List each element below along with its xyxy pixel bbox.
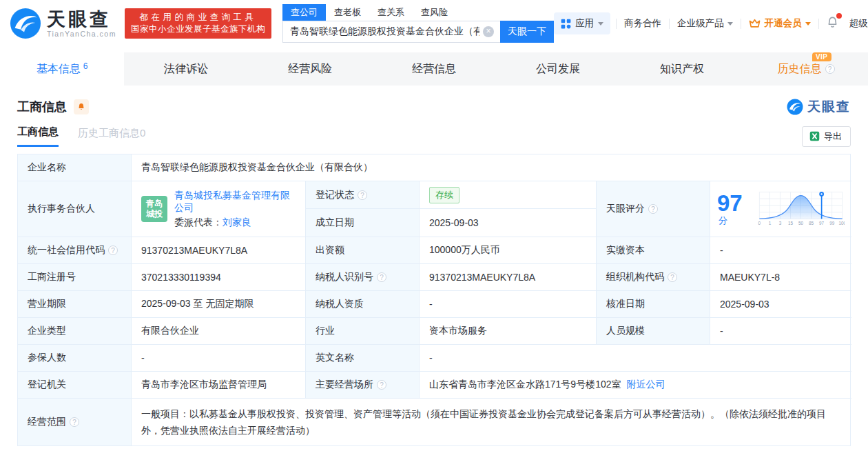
tab-company-development[interactable]: 公司发展 [496, 52, 620, 86]
apps-grid-icon [561, 19, 571, 29]
tab-intellectual-property[interactable]: 知识产权 [620, 52, 744, 86]
chevron-down-icon [727, 22, 733, 26]
field-reg-status-value: 存续 [420, 181, 596, 209]
partner-company-link[interactable]: 青岛城投私募基金管理有限公司 [174, 190, 296, 214]
monitor-alarm-button[interactable] [74, 99, 89, 114]
search-button[interactable]: 天眼一下 [500, 21, 554, 43]
field-reg-authority-label: 登记机关 [18, 372, 132, 399]
tab-risk-label: 经营风险 [288, 62, 332, 77]
field-industry-label: 行业 [306, 318, 420, 345]
clear-icon[interactable] [483, 26, 494, 37]
field-industry-value: 资本市场服务 [420, 318, 597, 345]
alarm-bell-icon [77, 103, 85, 111]
field-reg-number-value: 370213330119394 [132, 264, 306, 291]
menu-open-vip[interactable]: 开通会员 [741, 17, 818, 30]
field-company-type-label: 企业类型 [18, 318, 132, 345]
menu-apps-label: 应用 [575, 17, 594, 30]
tab-operational-risk[interactable]: 经营风险 [248, 52, 372, 86]
menu-super-risk[interactable]: 超级风... [846, 17, 868, 30]
help-icon[interactable] [668, 272, 677, 282]
svg-text:1: 1 [768, 221, 771, 226]
field-english-name-label: 英文名称 [306, 345, 420, 372]
field-business-scope-label: 经营范围 [18, 399, 132, 445]
field-address-value: 山东省青岛市李沧区金水路171号9号楼102室 附近公司 [420, 372, 851, 399]
field-tianyan-score-value: 97分 [710, 181, 851, 237]
excel-icon [809, 131, 820, 141]
promo-line-2: 国家中小企业发展子基金旗下机构 [131, 23, 265, 35]
vip-badge: VIP [812, 52, 831, 61]
tab-basic-info[interactable]: 基本信息 6 [0, 52, 124, 86]
field-taxpayer-quality-label: 纳税人资质 [306, 291, 420, 318]
subtab-history-business-info[interactable]: 历史工商信息0 [78, 127, 145, 146]
tab-basic-info-label: 基本信息 [37, 62, 81, 77]
search-input[interactable] [282, 21, 500, 43]
company-avatar[interactable]: 青岛 城投 [141, 196, 167, 222]
main-content: 工商信息 天眼查 工商信息 历史工商信息0 [0, 86, 868, 446]
field-org-code-value: MAEUKY7L-8 [710, 264, 851, 291]
score-unit: 分 [719, 215, 727, 226]
site-logo[interactable]: 天眼查 TianYanCha.com [10, 8, 116, 39]
business-info-table: 企业名称 青岛智联绿色能源股权投资基金合伙企业（有限合伙） 执行事务合伙人 青岛… [17, 154, 851, 446]
field-insured-count-value: - [132, 345, 306, 372]
promo-banner: 都在用的商业查询工具 国家中小企业发展子基金旗下机构 [125, 8, 271, 39]
tab-history-label: 历史信息 [778, 63, 822, 74]
field-executive-partner-label: 执行事务合伙人 [18, 181, 132, 237]
status-date-subgrid: 登记状态 存续 成立日期 2025-09-03 [306, 181, 597, 237]
field-staff-size-value: - [710, 318, 851, 345]
menu-enterprise-label: 企业级产品 [677, 17, 724, 30]
notification-dot [836, 13, 842, 19]
field-insured-count-label: 参保人数 [18, 345, 132, 372]
help-icon[interactable] [825, 64, 835, 74]
field-company-type-value: 有限合伙企业 [132, 318, 306, 345]
field-taxpayer-id-label: 纳税人识别号 [306, 264, 420, 291]
field-approval-date-label: 核准日期 [597, 291, 710, 318]
tab-legal-proceedings[interactable]: 法律诉讼 [124, 52, 248, 86]
search-tab-boss[interactable]: 查老板 [326, 4, 369, 21]
help-icon[interactable] [108, 245, 118, 255]
tianyancha-company-page: 天眼查 TianYanCha.com 都在用的商业查询工具 国家中小企业发展子基… [0, 0, 868, 451]
tab-basic-info-count: 6 [83, 61, 88, 71]
search-tabs: 查公司 查老板 查关系 查风险 [282, 4, 554, 21]
help-icon[interactable] [358, 190, 367, 200]
field-business-term-label: 营业期限 [18, 291, 132, 318]
field-paid-capital-value: - [710, 237, 851, 264]
field-taxpayer-id-value: 91370213MAEUKY7L8A [420, 264, 597, 291]
menu-apps[interactable]: 应用 [554, 12, 610, 34]
field-english-name-value: - [420, 345, 851, 372]
tab-development-label: 公司发展 [536, 62, 580, 77]
tab-business-info[interactable]: 经营信息 [372, 52, 496, 86]
promo-line-1: 都在用的商业查询工具 [131, 12, 265, 23]
crown-icon [749, 19, 761, 28]
representative-link[interactable]: 刘家良 [223, 217, 251, 228]
company-nav-tabs: 基本信息 6 法律诉讼 经营风险 经营信息 公司发展 知识产权 历史信息 VIP [0, 52, 868, 86]
tab-business-label: 经营信息 [412, 62, 456, 77]
field-capital-value: 100000万人民币 [420, 237, 597, 264]
tab-history-info[interactable]: 历史信息 VIP [744, 52, 868, 86]
search-tab-risk[interactable]: 查风险 [413, 4, 456, 21]
status-badge: 存续 [429, 187, 459, 203]
help-icon[interactable] [377, 272, 386, 282]
watermark-logo-icon [787, 99, 803, 115]
search-tab-relation[interactable]: 查关系 [369, 4, 413, 21]
help-icon[interactable] [70, 417, 79, 427]
field-company-name-label: 企业名称 [18, 154, 132, 181]
field-reg-status-label: 登记状态 [306, 181, 420, 209]
tianyancha-logo-icon [10, 8, 41, 39]
notifications-bell[interactable] [819, 16, 846, 31]
svg-text:100: 100 [838, 221, 845, 226]
menu-enterprise-products[interactable]: 企业级产品 [670, 17, 741, 30]
field-executive-partner-value: 青岛 城投 青岛城投私募基金管理有限公司 委派代表：刘家良 [132, 181, 306, 237]
menu-coop-label: 商务合作 [624, 17, 661, 30]
help-icon[interactable] [648, 204, 658, 214]
watermark-text: 天眼查 [807, 98, 851, 116]
subtab-business-info[interactable]: 工商信息 [17, 126, 59, 147]
help-icon[interactable] [377, 380, 386, 390]
section-title: 工商信息 [17, 99, 67, 115]
nearby-companies-link[interactable]: 附近公司 [627, 379, 665, 391]
watermark-logo: 天眼查 [787, 98, 851, 116]
export-button[interactable]: 导出 [802, 126, 851, 147]
search-tab-company[interactable]: 查公司 [282, 4, 326, 21]
field-reg-authority-value: 青岛市李沧区市场监督管理局 [132, 372, 306, 399]
field-business-term-value: 2025-09-03 至 无固定期限 [132, 291, 306, 318]
menu-business-cooperation[interactable]: 商务合作 [617, 17, 669, 30]
